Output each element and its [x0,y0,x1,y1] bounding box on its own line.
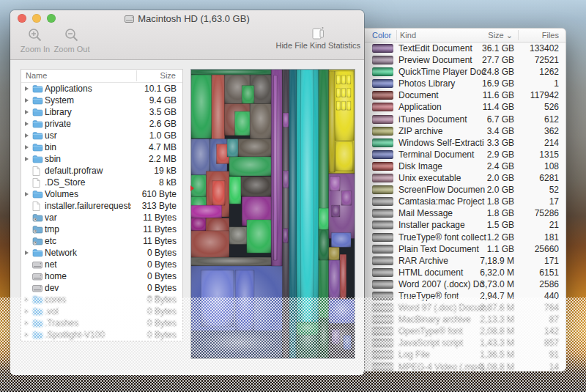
stats-row[interactable]: Camtasia:mac Project1.8 GB17 [365,196,565,207]
disclosure-triangle-icon[interactable] [25,157,32,161]
stats-row[interactable]: TrueType® font2,94.7 M440 [365,290,565,302]
tree-row[interactable]: installer.failurerequests313 Byte [21,200,182,212]
tree-row[interactable]: bin4.7 MB [21,141,182,153]
disclosure-triangle-icon[interactable] [25,122,32,126]
tree-row[interactable]: etc11 Bytes [21,235,182,247]
files-cell: 75286 [535,208,559,218]
tree-row[interactable]: private2.6 GB [21,118,182,130]
tree-row[interactable]: Applications10.1 GB [21,83,182,95]
stats-row[interactable]: Mail Message1.8 GB75286 [365,207,565,219]
tree-item-name: etc [45,236,131,246]
treemap-block-shading [347,101,351,110]
tree-row[interactable]: cores0 Bytes [21,294,182,306]
stats-row[interactable]: Windows Self-Extracti3.3 GB214 [365,137,565,149]
disclosure-triangle-icon[interactable] [25,333,32,337]
tree-row[interactable]: .Spotlight-V1000 Bytes [21,329,182,341]
disclosure-triangle-icon[interactable] [25,251,32,255]
stats-row[interactable]: JavaScript script1,43.3 M857 [365,337,565,349]
tree-row[interactable]: sbin2.2 MB [21,153,182,165]
disclosure-triangle-icon[interactable] [25,297,32,302]
disclosure-triangle-icon[interactable] [25,192,32,196]
stats-row[interactable]: Word 2007 (.docx) Dc3,73.0 M2586 [365,278,565,290]
tree-row[interactable]: .Trashes0 Bytes [21,317,182,329]
treemap-block-shading [329,71,335,172]
files-cell: 6281 [539,173,559,183]
stats-row[interactable]: Disk Image2.4 GB108 [365,160,565,172]
stats-row[interactable]: ZIP archive3.4 GB362 [365,125,565,137]
stats-row[interactable]: Plain Text Document1.1 GB25660 [365,243,565,255]
size-cell: 11.4 GB [483,102,514,112]
stats-row[interactable]: RAR Archive7,18.9 M171 [365,255,565,267]
stats-row[interactable]: HTML document6,32.0 M6151 [365,267,565,278]
drive-icon [32,273,42,281]
disclosure-triangle-icon[interactable] [25,309,32,314]
color-swatch [372,150,393,159]
color-swatch [372,327,393,336]
disclosure-triangle-icon[interactable] [25,321,32,325]
tree-item-size: 9.4 GB [131,95,182,106]
treemap-view[interactable] [190,69,355,359]
size-cell: 24.8 GB [482,67,514,77]
stats-row[interactable]: MPEG-4 Video (.mp4)1,08.8 M14 [365,361,565,371]
stats-row[interactable]: Preview Document27.7 GB72521 [365,54,565,66]
stats-row[interactable]: Application11.4 GB526 [365,101,565,113]
treemap-block-shading [191,257,271,266]
tree-row[interactable]: dev0 Bytes [21,282,182,294]
size-cell: 36.1 GB [482,43,514,53]
stats-column-size[interactable]: Size ⌄ [488,31,513,40]
stats-row[interactable]: MacBinary archive2,13.3 M87 [365,314,565,325]
tree-row[interactable]: net0 Bytes [21,259,182,270]
disclosure-triangle-icon[interactable] [25,133,32,138]
folder-icon [32,190,43,199]
zoom-out-button[interactable]: Zoom Out [53,28,91,53]
stats-row[interactable]: Word 97 (.doc) Docum2,87.6 M764 [365,302,565,314]
tree-row[interactable]: var11 Bytes [21,212,182,223]
stats-row[interactable]: QuickTime Player Doc24.8 GB1262 [365,66,565,78]
tree-row[interactable]: usr1.0 GB [21,130,182,141]
hide-file-kind-statistics-button[interactable]: Hide File Kind Statistics [275,26,360,50]
stats-row[interactable]: TextEdit Document36.1 GB133402 [365,42,565,54]
treemap-block-shading [342,75,346,84]
stats-row[interactable]: ScreenFlow Documen2.0 GB52 [365,184,565,196]
treemap-block-shading [336,101,340,110]
stats-row[interactable]: Installer package1.5 GB21 [365,219,565,231]
disclosure-triangle-icon[interactable] [25,110,32,114]
tree-row[interactable]: .vol0 Bytes [21,306,182,317]
tree-item-name: Volumes [45,189,131,199]
zoom-in-button[interactable]: Zoom In [19,28,51,53]
tree-column-name[interactable]: Name [26,71,47,80]
tree-row[interactable]: tmp11 Bytes [21,223,182,235]
tree-row[interactable]: System9.4 GB [21,95,182,106]
stats-column-files[interactable]: Files [542,31,559,40]
size-cell: 1.8 GB [487,208,514,218]
stats-row[interactable]: Terminal Document2.9 GB1315 [365,149,565,160]
tree-column-size[interactable]: Size [160,71,176,80]
color-swatch [372,197,393,206]
tree-body: Applications10.1 GBSystem9.4 GBLibrary3.… [21,83,182,341]
tree-row[interactable]: Network0 Bytes [21,247,182,259]
stats-column-kind[interactable]: Kind [400,31,416,40]
stats-row[interactable]: OpenType® font2,08.8 M142 [365,325,565,337]
stats-row[interactable]: Photos Library16.9 GB1 [365,78,565,89]
stats-row[interactable]: Document11.6 GB117942 [365,89,565,101]
disclosure-triangle-icon[interactable] [25,86,32,91]
stats-row[interactable]: TrueType® font collect1.2 GB181 [365,232,565,243]
tree-row[interactable]: .DS_Store8 kB [21,177,182,188]
title-bar: Macintosh HD (1,63.0 GB) [10,13,364,25]
treemap-block-shading [247,220,271,253]
treemap-block-shading [201,270,234,327]
tree-row[interactable]: Volumes610 Byte [21,188,182,200]
document-icon [32,201,40,211]
tree-row[interactable]: default.profraw19 kB [21,165,182,177]
stats-row[interactable]: Unix executable2.0 GB6281 [365,172,565,184]
tree-row[interactable]: home0 Bytes [21,270,182,282]
disclosure-triangle-icon[interactable] [25,145,32,149]
treemap-block-shading [336,89,340,97]
stats-table-header: Color Kind Size ⌄ Files [365,29,565,42]
stats-row[interactable]: iTunes Document6.7 GB612 [365,114,565,125]
tree-row[interactable]: Library3.5 GB [21,106,182,118]
disclosure-triangle-icon[interactable] [25,98,32,103]
stats-row[interactable]: Log File1,36.5 M91 [365,349,565,360]
stats-column-color[interactable]: Color [372,31,391,40]
treemap-block-shading [227,139,238,157]
